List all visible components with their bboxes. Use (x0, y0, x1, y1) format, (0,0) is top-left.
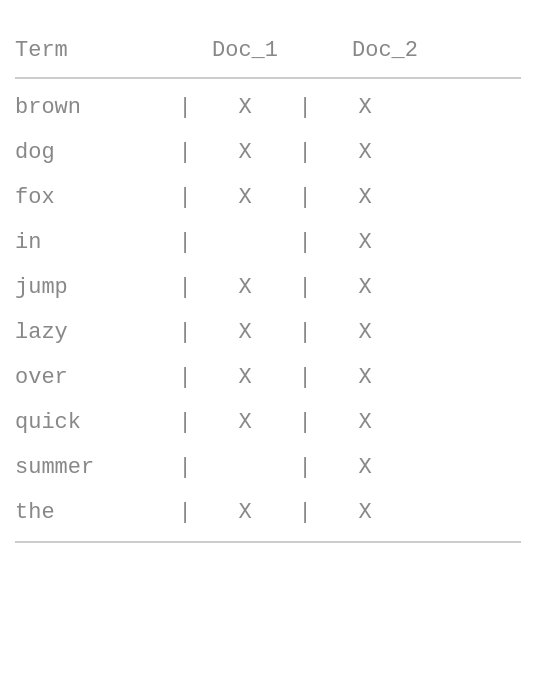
cell-doc1-2: X (195, 185, 295, 210)
pipe1-3: | (175, 230, 195, 255)
cell-doc1-5: X (195, 320, 295, 345)
pipe2-5: | (295, 320, 315, 345)
pipe1-6: | (175, 365, 195, 390)
cell-term-4: jump (15, 275, 175, 300)
bottom-divider (15, 541, 521, 543)
cell-doc2-4: X (315, 275, 415, 300)
cell-doc2-5: X (315, 320, 415, 345)
pipe2-8: | (295, 455, 315, 480)
pipe2-7: | (295, 410, 315, 435)
table-body: brown | X | X dog | X | X fox | X | X in… (15, 85, 521, 535)
cell-term-5: lazy (15, 320, 175, 345)
cell-term-6: over (15, 365, 175, 390)
table-row: brown | X | X (15, 85, 521, 130)
pipe1-2: | (175, 185, 195, 210)
cell-term-0: brown (15, 95, 175, 120)
pipe1-1: | (175, 140, 195, 165)
pipe1-5: | (175, 320, 195, 345)
table-row: quick | X | X (15, 400, 521, 445)
table-row: dog | X | X (15, 130, 521, 175)
cell-doc1-9: X (195, 500, 295, 525)
cell-doc1-0: X (195, 95, 295, 120)
pipe1-0: | (175, 95, 195, 120)
table-row: lazy | X | X (15, 310, 521, 355)
pipe2-4: | (295, 275, 315, 300)
table-row: fox | X | X (15, 175, 521, 220)
pipe2-2: | (295, 185, 315, 210)
pipe2-6: | (295, 365, 315, 390)
pipe1-7: | (175, 410, 195, 435)
pipe2-1: | (295, 140, 315, 165)
cell-doc2-0: X (315, 95, 415, 120)
header-doc2: Doc_2 (315, 38, 455, 63)
cell-term-2: fox (15, 185, 175, 210)
table-row: in | | X (15, 220, 521, 265)
cell-term-3: in (15, 230, 175, 255)
table-row: jump | X | X (15, 265, 521, 310)
pipe2-0: | (295, 95, 315, 120)
header-doc1: Doc_1 (175, 38, 315, 63)
cell-doc2-9: X (315, 500, 415, 525)
table-row: summer | | X (15, 445, 521, 490)
cell-term-7: quick (15, 410, 175, 435)
cell-doc2-1: X (315, 140, 415, 165)
cell-doc2-7: X (315, 410, 415, 435)
table-row: over | X | X (15, 355, 521, 400)
cell-term-8: summer (15, 455, 175, 480)
cell-doc2-3: X (315, 230, 415, 255)
cell-doc1-6: X (195, 365, 295, 390)
pipe1-4: | (175, 275, 195, 300)
cell-term-9: the (15, 500, 175, 525)
table-row: the | X | X (15, 490, 521, 535)
cell-doc1-4: X (195, 275, 295, 300)
top-divider (15, 77, 521, 79)
cell-doc2-8: X (315, 455, 415, 480)
table-header: Term Doc_1 Doc_2 (15, 30, 521, 71)
cell-doc1-7: X (195, 410, 295, 435)
cell-doc2-6: X (315, 365, 415, 390)
cell-doc2-2: X (315, 185, 415, 210)
pipe1-8: | (175, 455, 195, 480)
header-term: Term (15, 38, 175, 63)
pipe2-3: | (295, 230, 315, 255)
pipe1-9: | (175, 500, 195, 525)
pipe2-9: | (295, 500, 315, 525)
cell-term-1: dog (15, 140, 175, 165)
term-document-matrix: Term Doc_1 Doc_2 brown | X | X dog | X |… (10, 20, 526, 559)
cell-doc1-1: X (195, 140, 295, 165)
